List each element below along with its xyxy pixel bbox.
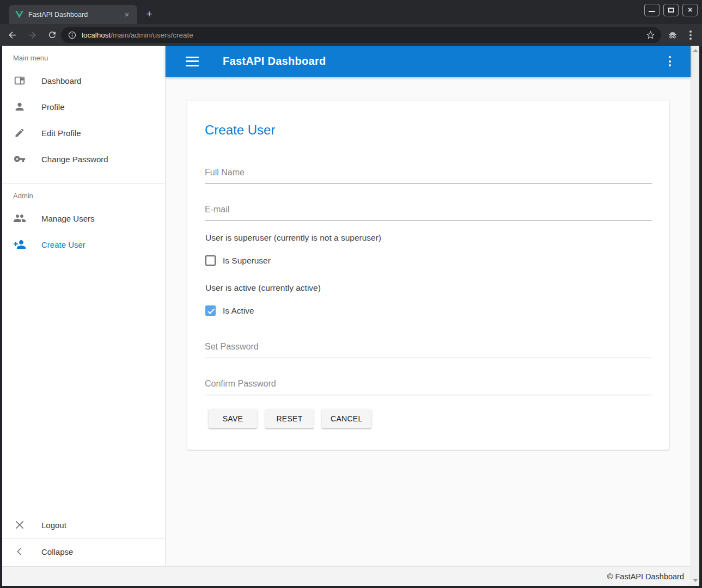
sidebar-item-edit-profile[interactable]: Edit Profile xyxy=(2,120,165,146)
maximize-icon xyxy=(668,8,674,13)
minimize-icon xyxy=(649,11,655,12)
url-host: localhost xyxy=(82,31,111,39)
tab-title: FastAPI Dashboard xyxy=(28,11,122,19)
sidebar-item-create-user[interactable]: Create User xyxy=(2,231,165,258)
bookmark-star-icon[interactable] xyxy=(645,30,656,40)
window-close-button[interactable]: × xyxy=(682,4,698,16)
is-active-label[interactable]: Is Active xyxy=(223,306,254,316)
reload-icon[interactable] xyxy=(44,27,60,43)
sidebar-item-profile[interactable]: Profile xyxy=(2,94,165,120)
browser-menu-icon[interactable] xyxy=(686,29,695,41)
sidebar-item-label: Logout xyxy=(41,520,66,530)
sidebar-item-label: Manage Users xyxy=(41,214,95,223)
sidebar-section-admin: Admin xyxy=(2,183,165,205)
sidebar-item-label: Collapse xyxy=(41,547,73,556)
sidebar-item-label: Dashboard xyxy=(41,76,81,85)
incognito-icon xyxy=(667,30,678,41)
sidebar: Main menu Dashboard Profile Edit Profile… xyxy=(2,46,166,566)
chevron-left-icon xyxy=(13,545,26,558)
confirm-password-input[interactable] xyxy=(205,376,652,395)
scroll-up-icon[interactable] xyxy=(693,49,698,52)
is-superuser-label[interactable]: Is Superuser xyxy=(223,256,271,266)
app-more-icon[interactable] xyxy=(664,56,675,68)
forward-icon[interactable] xyxy=(24,27,40,43)
person-icon xyxy=(13,100,26,113)
active-hint: User is active (currently active) xyxy=(205,283,321,293)
sidebar-item-logout[interactable]: Logout xyxy=(2,512,165,538)
is-superuser-checkbox[interactable] xyxy=(205,255,216,266)
reset-button[interactable]: RESET xyxy=(265,409,314,428)
is-active-checkbox-row[interactable]: Is Active xyxy=(205,305,254,316)
scroll-down-icon[interactable] xyxy=(693,579,698,582)
browser-titlebar: FastAPI Dashboard × + × xyxy=(0,0,702,24)
pencil-icon xyxy=(13,126,26,139)
is-superuser-checkbox-row[interactable]: Is Superuser xyxy=(205,255,271,266)
person-add-icon xyxy=(13,238,26,251)
sidebar-item-label: Create User xyxy=(41,240,86,249)
sidebar-item-collapse[interactable]: Collapse xyxy=(2,538,165,565)
site-info-icon[interactable] xyxy=(68,30,77,40)
scrollbar[interactable] xyxy=(691,46,699,586)
page-footer: © FastAPI Dashboard xyxy=(2,566,691,586)
dashboard-icon xyxy=(13,74,26,87)
app-title: FastAPI Dashboard xyxy=(223,55,326,68)
people-icon xyxy=(13,212,26,225)
close-icon: × xyxy=(683,4,697,16)
superuser-hint: User is superuser (currently is not a su… xyxy=(205,233,381,243)
sidebar-item-label: Change Password xyxy=(41,155,108,164)
browser-toolbar: localhost/main/admin/users/create xyxy=(0,24,702,46)
url-path: /main/admin/users/create xyxy=(111,31,193,39)
window-minimize-button[interactable] xyxy=(644,4,660,16)
copyright-text: © FastAPI Dashboard xyxy=(607,572,684,581)
is-active-checkbox[interactable] xyxy=(205,305,216,316)
full-name-input[interactable] xyxy=(205,164,652,184)
app-bar: FastAPI Dashboard xyxy=(166,46,691,77)
url-bar[interactable]: localhost/main/admin/users/create xyxy=(61,27,661,43)
tab-close-icon[interactable]: × xyxy=(122,10,132,20)
sidebar-item-change-password[interactable]: Change Password xyxy=(2,146,165,172)
close-x-icon xyxy=(13,518,26,531)
sidebar-item-label: Profile xyxy=(41,102,65,112)
sidebar-section-main-menu: Main menu xyxy=(2,46,165,68)
new-tab-button[interactable]: + xyxy=(143,8,156,21)
window-maximize-button[interactable] xyxy=(663,4,679,16)
browser-tab[interactable]: FastAPI Dashboard × xyxy=(9,5,137,24)
set-password-input[interactable] xyxy=(205,339,652,358)
save-button[interactable]: SAVE xyxy=(209,409,257,428)
page-content: Main menu Dashboard Profile Edit Profile… xyxy=(2,46,699,586)
back-icon[interactable] xyxy=(4,27,20,43)
sidebar-item-manage-users[interactable]: Manage Users xyxy=(2,205,165,231)
vue-logo-icon xyxy=(15,11,23,18)
sidebar-item-dashboard[interactable]: Dashboard xyxy=(2,68,165,94)
cancel-button[interactable]: CANCEL xyxy=(322,409,371,428)
hamburger-menu-icon[interactable] xyxy=(186,57,199,66)
page-title: Create User xyxy=(205,122,275,138)
sidebar-item-label: Edit Profile xyxy=(41,128,81,138)
key-icon xyxy=(13,152,26,166)
email-input[interactable] xyxy=(205,201,652,221)
create-user-card: Create User User is superuser (currently… xyxy=(187,101,669,450)
